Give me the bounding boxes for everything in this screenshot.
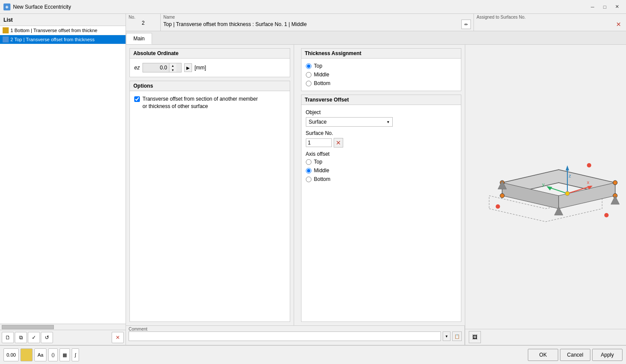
text-format-btn[interactable]: Aa bbox=[34, 348, 46, 361]
maximize-button[interactable]: □ bbox=[599, 3, 610, 11]
value-display-btn[interactable]: 0.00 bbox=[3, 348, 19, 361]
svg-marker-9 bbox=[611, 196, 619, 204]
spin-down-btn[interactable]: ▼ bbox=[169, 68, 176, 72]
ez-label: ez bbox=[134, 65, 140, 71]
svg-text:z: z bbox=[569, 173, 571, 178]
absolute-ordinate-section: Absolute Ordinate ez ▲ ▼ bbox=[129, 48, 290, 77]
app-icon: ◈ bbox=[3, 3, 10, 10]
thickness-top-text: Top bbox=[314, 63, 322, 69]
comment-copy-btn[interactable]: 📋 bbox=[452, 331, 462, 341]
window-title: New Surface Eccentricity bbox=[13, 4, 71, 10]
navigate-btn[interactable]: ⟨⟩ bbox=[48, 348, 58, 361]
axis-top-text: Top bbox=[314, 159, 322, 165]
assigned-clear-button[interactable]: ✕ bbox=[614, 20, 623, 29]
checkbox-text: Transverse offset from section of anothe… bbox=[142, 95, 258, 110]
ez-spinner[interactable]: ▲ ▼ bbox=[142, 63, 182, 72]
axis-radio-group: Top Middle Bottom bbox=[306, 159, 457, 182]
filter-btn[interactable]: ▦ bbox=[60, 348, 70, 361]
surface-no-clear-btn[interactable]: ✕ bbox=[334, 138, 343, 148]
list-scrollbar-h[interactable] bbox=[0, 324, 126, 330]
right-panel: No. 2 Name ✏ Assigned to Surfaces No. ✕ … bbox=[126, 14, 626, 345]
svg-point-23 bbox=[565, 191, 570, 196]
surface-no-row: Surface No. ✕ bbox=[306, 130, 457, 148]
spin-up-btn[interactable]: ▲ bbox=[169, 63, 176, 68]
list-item[interactable]: 1 Bottom | Transverse offset from thickn… bbox=[0, 26, 126, 35]
main-content: List 1 Bottom | Transverse offset from t… bbox=[0, 14, 626, 345]
object-select-wrapper[interactable]: Surface Member bbox=[306, 117, 393, 127]
list-header: List bbox=[0, 14, 126, 26]
comment-label: Comment bbox=[129, 327, 462, 331]
transverse-offset-checkbox-label[interactable]: Transverse offset from section of anothe… bbox=[134, 95, 285, 110]
list-item-selected[interactable]: 2 Top | Transverse offset from thickness bbox=[0, 35, 126, 44]
list-item-text-1: 1 Bottom | Transverse offset from thickn… bbox=[10, 28, 97, 33]
axis-top-radio[interactable] bbox=[306, 159, 311, 165]
transverse-offset-section: Transverse Offset Object Surface Member bbox=[301, 95, 462, 322]
preview-settings-btn[interactable]: 🖼 bbox=[469, 331, 481, 343]
preview-svg: z x y bbox=[472, 139, 619, 235]
formula-btn[interactable]: ∫ bbox=[72, 348, 79, 361]
axis-middle-label[interactable]: Middle bbox=[306, 167, 457, 174]
left-panel: List 1 Bottom | Transverse offset from t… bbox=[0, 14, 126, 345]
axis-middle-radio[interactable] bbox=[306, 168, 311, 174]
list-add-btn[interactable]: 🗋 bbox=[2, 332, 14, 343]
list-item-text-2: 2 Top | Transverse offset from thickness bbox=[10, 37, 95, 42]
close-button[interactable]: ✕ bbox=[611, 3, 623, 11]
thickness-bottom-radio[interactable] bbox=[306, 81, 311, 86]
minimize-button[interactable]: ─ bbox=[587, 3, 598, 11]
thickness-bottom-label[interactable]: Bottom bbox=[306, 80, 457, 86]
comment-input[interactable] bbox=[129, 331, 441, 341]
ez-arrow-btn[interactable]: ▶ bbox=[184, 63, 192, 72]
tab-main[interactable]: Main bbox=[126, 33, 152, 44]
axis-bottom-label[interactable]: Bottom bbox=[306, 176, 457, 182]
ez-input[interactable] bbox=[143, 64, 169, 72]
name-edit-button[interactable]: ✏ bbox=[461, 20, 471, 29]
ok-button[interactable]: OK bbox=[528, 349, 558, 361]
transverse-offset-title: Transverse Offset bbox=[301, 95, 461, 105]
thickness-radio-group: Top Middle Bottom bbox=[306, 63, 457, 86]
thickness-top-radio[interactable] bbox=[306, 63, 311, 69]
item-color-1 bbox=[3, 27, 9, 33]
axis-top-label[interactable]: Top bbox=[306, 159, 457, 165]
thickness-middle-label[interactable]: Middle bbox=[306, 72, 457, 78]
thickness-assignment-section: Thickness Assignment Top Midd bbox=[301, 48, 462, 91]
apply-button[interactable]: Apply bbox=[592, 349, 623, 361]
options-section: Options Transverse offset from section o… bbox=[129, 81, 290, 322]
comment-row: Comment ▼ 📋 bbox=[126, 325, 465, 345]
assigned-cell: Assigned to Surfaces No. ✕ bbox=[474, 14, 626, 31]
thickness-middle-text: Middle bbox=[314, 72, 329, 78]
svg-point-11 bbox=[496, 204, 500, 209]
surface-no-input[interactable] bbox=[306, 138, 332, 147]
assigned-surfaces-input[interactable] bbox=[477, 21, 612, 27]
svg-point-6 bbox=[613, 180, 617, 185]
axis-bottom-radio[interactable] bbox=[306, 177, 311, 182]
name-input[interactable] bbox=[163, 21, 460, 27]
scrollbar-thumb[interactable] bbox=[2, 325, 54, 329]
list-reset-btn[interactable]: ↺ bbox=[41, 332, 53, 343]
svg-marker-21 bbox=[547, 186, 552, 190]
svg-point-13 bbox=[587, 163, 591, 167]
color-picker-btn[interactable] bbox=[20, 348, 33, 361]
form-area: Absolute Ordinate ez ▲ ▼ bbox=[126, 45, 626, 345]
cancel-button[interactable]: Cancel bbox=[560, 349, 590, 361]
object-select[interactable]: Surface Member bbox=[306, 117, 393, 127]
preview-area: z x y bbox=[465, 45, 626, 329]
svg-text:x: x bbox=[587, 180, 590, 185]
item-color-2 bbox=[3, 36, 9, 43]
surface-no-label: Surface No. bbox=[306, 130, 457, 136]
axis-offset-label: Axis offset bbox=[306, 151, 457, 157]
no-cell: No. 2 bbox=[126, 14, 161, 31]
comment-dropdown-btn[interactable]: ▼ bbox=[443, 331, 450, 341]
list-confirm-btn[interactable]: ✓ bbox=[28, 332, 40, 343]
ez-unit: [mm] bbox=[195, 65, 206, 71]
thickness-top-label[interactable]: Top bbox=[306, 63, 457, 69]
svg-point-12 bbox=[604, 213, 609, 217]
list-delete-btn[interactable]: ✕ bbox=[112, 332, 124, 343]
transverse-offset-checkbox[interactable] bbox=[134, 96, 140, 102]
axis-middle-text: Middle bbox=[314, 167, 329, 174]
tabs-row: Main bbox=[126, 31, 626, 45]
svg-text:y: y bbox=[542, 182, 545, 187]
form-left: Absolute Ordinate ez ▲ ▼ bbox=[126, 45, 465, 345]
thickness-middle-radio[interactable] bbox=[306, 72, 311, 78]
list-duplicate-btn[interactable]: ⧉ bbox=[15, 332, 27, 343]
axis-bottom-text: Bottom bbox=[314, 176, 331, 182]
